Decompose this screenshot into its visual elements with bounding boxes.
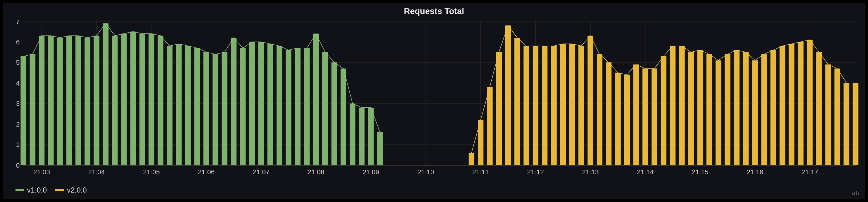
svg-text:3: 3 [16,100,20,107]
svg-rect-100 [588,35,593,165]
svg-text:2: 2 [16,121,20,128]
svg-rect-52 [66,35,72,165]
svg-rect-133 [858,193,859,195]
svg-rect-47 [21,56,26,165]
svg-rect-117 [743,52,749,165]
svg-rect-48 [30,54,35,165]
svg-text:21:10: 21:10 [417,168,434,176]
legend-item-v1[interactable]: v1.0.0 [16,186,47,194]
svg-text:0: 0 [16,161,20,169]
svg-rect-122 [789,44,795,165]
svg-rect-70 [231,38,237,165]
svg-rect-92 [515,38,520,165]
svg-text:21:12: 21:12 [527,168,544,176]
legend-label: v2.0.0 [67,186,87,194]
svg-rect-96 [551,46,557,165]
svg-text:21:05: 21:05 [143,168,160,176]
svg-rect-80 [322,52,328,165]
svg-rect-53 [75,35,81,165]
svg-rect-93 [524,46,529,165]
legend-label: v1.0.0 [27,186,47,194]
svg-rect-120 [770,50,776,165]
svg-rect-57 [112,35,118,165]
svg-text:6: 6 [16,38,20,46]
svg-rect-84 [359,108,365,165]
panel-menu-icon[interactable] [852,190,860,195]
svg-rect-63 [167,46,173,165]
svg-text:21:15: 21:15 [692,168,708,176]
svg-rect-68 [212,54,218,165]
svg-rect-112 [697,50,703,165]
svg-text:1: 1 [16,141,20,148]
svg-rect-64 [176,44,182,165]
svg-rect-130 [852,193,854,195]
svg-rect-51 [57,38,63,165]
svg-rect-108 [661,56,666,165]
svg-text:21:08: 21:08 [308,168,324,176]
svg-rect-132 [856,191,857,195]
svg-rect-116 [734,50,740,165]
svg-rect-54 [85,38,90,165]
svg-rect-97 [560,44,566,165]
svg-rect-110 [679,46,685,165]
svg-rect-124 [807,40,813,165]
svg-rect-82 [341,69,346,165]
svg-rect-69 [222,52,228,165]
svg-text:21:09: 21:09 [362,168,379,176]
svg-rect-86 [377,132,383,165]
svg-rect-77 [295,48,301,165]
svg-rect-61 [149,34,154,165]
svg-rect-66 [194,48,200,165]
svg-rect-94 [533,46,538,165]
svg-rect-121 [780,46,785,165]
svg-rect-107 [652,69,657,165]
svg-rect-99 [579,46,584,165]
svg-rect-118 [752,60,758,165]
svg-rect-79 [313,34,319,165]
svg-rect-67 [203,52,209,165]
svg-rect-101 [597,54,602,165]
svg-rect-85 [368,108,374,165]
svg-rect-109 [670,46,676,165]
legend-swatch-icon [55,189,64,191]
svg-rect-78 [304,48,310,165]
svg-text:21:04: 21:04 [88,168,105,176]
svg-rect-60 [139,34,145,165]
svg-rect-59 [130,32,136,165]
svg-rect-115 [725,54,731,165]
svg-rect-71 [240,48,246,165]
legend: v1.0.0 v2.0.0 [16,186,87,194]
svg-text:21:13: 21:13 [582,168,599,176]
svg-rect-72 [249,42,255,165]
svg-text:21:07: 21:07 [253,168,270,176]
legend-item-v2[interactable]: v2.0.0 [55,186,87,194]
chart-panel: Requests Total 0123456721:0321:0421:0521… [3,3,865,199]
svg-rect-91 [505,26,511,165]
svg-rect-89 [487,87,493,165]
svg-rect-106 [643,69,648,165]
svg-rect-50 [48,35,54,165]
svg-text:21:14: 21:14 [637,168,653,176]
svg-rect-87 [469,153,474,165]
svg-text:7: 7 [16,20,20,25]
svg-rect-128 [844,83,849,165]
svg-rect-62 [158,35,163,165]
svg-rect-111 [688,52,694,165]
svg-rect-49 [39,35,44,165]
svg-rect-104 [624,75,630,165]
svg-text:21:17: 21:17 [802,168,818,176]
svg-text:21:03: 21:03 [33,168,50,176]
svg-rect-113 [707,54,712,165]
legend-swatch-icon [16,189,24,191]
svg-text:21:16: 21:16 [747,168,763,176]
plot-area[interactable]: 0123456721:0321:0421:0521:0621:0721:0821… [9,20,859,177]
svg-rect-129 [853,83,859,165]
svg-rect-105 [633,65,639,165]
svg-rect-83 [350,103,355,165]
svg-rect-58 [121,34,127,165]
svg-rect-119 [761,54,767,165]
svg-rect-125 [816,52,822,165]
svg-rect-56 [103,23,108,165]
svg-text:5: 5 [16,59,20,66]
svg-rect-73 [258,42,264,165]
